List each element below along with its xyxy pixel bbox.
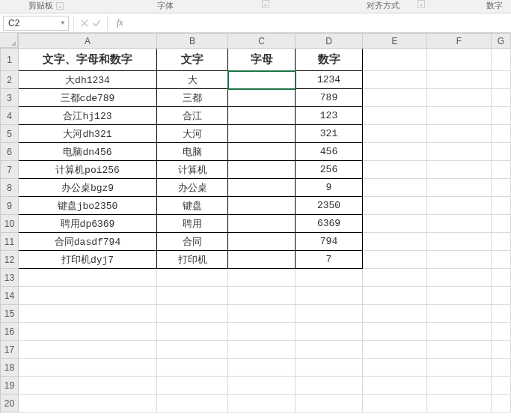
cell-A15[interactable] <box>19 305 157 323</box>
cell-F16[interactable] <box>427 323 492 341</box>
cell-G10[interactable] <box>492 215 511 233</box>
cell-E3[interactable] <box>363 89 427 107</box>
cell-G1[interactable] <box>492 49 511 71</box>
cell-F9[interactable] <box>427 197 492 215</box>
cell-A10[interactable]: 聘用dp6369 <box>19 215 157 233</box>
cell-B4[interactable]: 合江 <box>157 107 228 125</box>
cell-D1[interactable]: 数字 <box>296 49 363 71</box>
cell-A17[interactable] <box>19 341 157 359</box>
cell-E17[interactable] <box>363 341 427 359</box>
cell-B15[interactable] <box>157 305 228 323</box>
cell-E18[interactable] <box>363 359 427 377</box>
cell-B19[interactable] <box>157 377 228 395</box>
ribbon-group-clipboard[interactable]: 剪贴板 <box>28 0 53 11</box>
row-header-4[interactable]: 4 <box>1 107 19 125</box>
cell-C11[interactable] <box>228 233 296 251</box>
cell-G12[interactable] <box>492 251 511 269</box>
cell-A5[interactable]: 大河dh321 <box>19 125 157 143</box>
cell-C13[interactable] <box>228 269 296 287</box>
cell-G14[interactable] <box>492 287 511 305</box>
cell-A8[interactable]: 办公桌bgz9 <box>19 179 157 197</box>
cell-E7[interactable] <box>363 161 427 179</box>
cell-E16[interactable] <box>363 323 427 341</box>
cell-B2[interactable]: 大 <box>157 71 228 89</box>
cell-G8[interactable] <box>492 179 511 197</box>
cell-B11[interactable]: 合同 <box>157 233 228 251</box>
cell-D7[interactable]: 256 <box>296 161 363 179</box>
cell-E6[interactable] <box>363 143 427 161</box>
cell-G19[interactable] <box>492 377 511 395</box>
row-header-5[interactable]: 5 <box>1 125 19 143</box>
cell-C19[interactable] <box>228 377 296 395</box>
cell-F5[interactable] <box>427 125 492 143</box>
row-header-7[interactable]: 7 <box>1 161 19 179</box>
cell-E2[interactable] <box>363 71 427 89</box>
cell-G6[interactable] <box>492 143 511 161</box>
cell-G9[interactable] <box>492 197 511 215</box>
dialog-launcher-icon[interactable]: ⌟ <box>417 0 425 7</box>
cell-A11[interactable]: 合同dasdf794 <box>19 233 157 251</box>
cell-C16[interactable] <box>228 323 296 341</box>
cell-B7[interactable]: 计算机 <box>157 161 228 179</box>
cell-C5[interactable] <box>228 125 296 143</box>
cell-G18[interactable] <box>492 359 511 377</box>
cell-E9[interactable] <box>363 197 427 215</box>
cell-A16[interactable] <box>19 323 157 341</box>
cell-F17[interactable] <box>427 341 492 359</box>
row-header-13[interactable]: 13 <box>1 269 19 287</box>
cell-D13[interactable] <box>296 269 363 287</box>
cell-D8[interactable]: 9 <box>296 179 363 197</box>
cell-D19[interactable] <box>296 377 363 395</box>
cell-C4[interactable] <box>228 107 296 125</box>
cell-D14[interactable] <box>296 287 363 305</box>
row-header-18[interactable]: 18 <box>1 359 19 377</box>
ribbon-group-alignment[interactable]: 对齐方式 <box>367 0 400 11</box>
row-header-15[interactable]: 15 <box>1 305 19 323</box>
row-header-6[interactable]: 6 <box>1 143 19 161</box>
cell-C3[interactable] <box>228 89 296 107</box>
cell-D17[interactable] <box>296 341 363 359</box>
cell-B20[interactable] <box>157 395 228 413</box>
spreadsheet-grid[interactable]: ABCDEFG1文字、字母和数字文字字母数字2大dh1234大12343三都cd… <box>0 33 511 413</box>
cell-G11[interactable] <box>492 233 511 251</box>
cell-F1[interactable] <box>427 49 492 71</box>
formula-input[interactable] <box>123 16 511 31</box>
row-header-16[interactable]: 16 <box>1 323 19 341</box>
cell-F20[interactable] <box>427 395 492 413</box>
cell-G15[interactable] <box>492 305 511 323</box>
cell-F2[interactable] <box>427 71 492 89</box>
cell-E13[interactable] <box>363 269 427 287</box>
cell-E1[interactable] <box>363 49 427 71</box>
cell-E10[interactable] <box>363 215 427 233</box>
row-header-17[interactable]: 17 <box>1 341 19 359</box>
cell-D10[interactable]: 6369 <box>296 215 363 233</box>
cell-G20[interactable] <box>492 395 511 413</box>
cell-D2[interactable]: 1234 <box>296 71 363 89</box>
row-header-12[interactable]: 12 <box>1 251 19 269</box>
cell-B18[interactable] <box>157 359 228 377</box>
cell-F13[interactable] <box>427 269 492 287</box>
cell-F18[interactable] <box>427 359 492 377</box>
cell-D4[interactable]: 123 <box>296 107 363 125</box>
cell-B13[interactable] <box>157 269 228 287</box>
cell-D20[interactable] <box>296 395 363 413</box>
cell-A7[interactable]: 计算机poi256 <box>19 161 157 179</box>
col-header-A[interactable]: A <box>19 34 157 49</box>
cell-D3[interactable]: 789 <box>296 89 363 107</box>
cell-F19[interactable] <box>427 377 492 395</box>
cell-D11[interactable]: 794 <box>296 233 363 251</box>
cell-G5[interactable] <box>492 125 511 143</box>
cell-A18[interactable] <box>19 359 157 377</box>
cell-C18[interactable] <box>228 359 296 377</box>
cell-F3[interactable] <box>427 89 492 107</box>
cell-B9[interactable]: 键盘 <box>157 197 228 215</box>
cell-D12[interactable]: 7 <box>296 251 363 269</box>
dialog-launcher-icon[interactable]: ⌟ <box>262 0 269 7</box>
cell-G2[interactable] <box>492 71 511 89</box>
cell-D5[interactable]: 321 <box>296 125 363 143</box>
cell-F14[interactable] <box>427 287 492 305</box>
cell-C1[interactable]: 字母 <box>228 49 296 71</box>
cell-A2[interactable]: 大dh1234 <box>19 71 157 89</box>
row-header-8[interactable]: 8 <box>1 179 19 197</box>
cell-D9[interactable]: 2350 <box>296 197 363 215</box>
